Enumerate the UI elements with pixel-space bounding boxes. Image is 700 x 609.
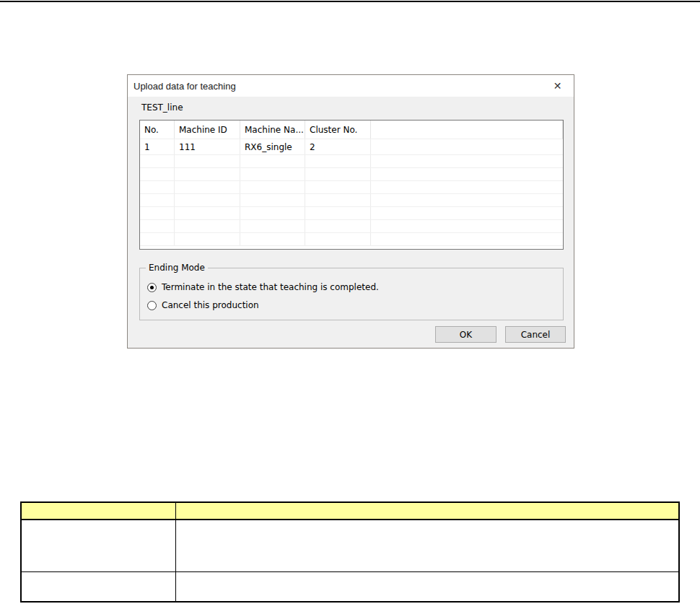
machine-cell [140,194,175,206]
machine-cell [305,155,371,167]
machine-cell [140,220,175,232]
table-cell [21,571,175,602]
machine-table-header: No.Machine IDMachine Na...Cluster No. [140,121,563,139]
machine-cell [305,194,371,206]
machine-cell [305,168,371,180]
cancel-button[interactable]: Cancel [505,326,566,343]
machine-table-row[interactable]: 1111RX6_single2 [140,139,563,155]
machine-cell [240,155,305,167]
machine-cell [140,207,175,219]
machine-cell [371,168,563,180]
machine-cell [240,194,305,206]
machine-cell: 111 [175,139,240,154]
machine-cell [140,168,175,180]
machine-cell [240,220,305,232]
radio-label: Terminate in the state that teaching is … [162,282,379,292]
machine-cell [175,220,240,232]
machine-table-empty-row[interactable] [140,233,563,246]
machine-cell: RX6_single [240,139,305,154]
machine-cell [371,233,563,245]
machine-cell [371,207,563,219]
machine-table-empty-row[interactable] [140,207,563,220]
machine-column-header[interactable]: No. [140,121,175,139]
machine-table[interactable]: No.Machine IDMachine Na...Cluster No. 11… [139,120,564,250]
radio-option-terminate[interactable]: Terminate in the state that teaching is … [147,280,563,294]
page-top-rule [0,1,700,2]
machine-cell [175,155,240,167]
machine-cell [240,207,305,219]
machine-cell [371,220,563,232]
ending-mode-groupbox: Ending Mode Terminate in the state that … [139,268,564,320]
machine-cell [371,155,563,167]
machine-cell [240,168,305,180]
machine-cell [175,207,240,219]
machine-cell [305,181,371,193]
close-icon[interactable]: ✕ [541,75,574,97]
dialog-titlebar[interactable]: Upload data for teaching ✕ [128,75,574,97]
machine-column-header[interactable]: Cluster No. [305,121,371,139]
machine-column-header[interactable]: Machine ID [175,121,240,139]
machine-cell [175,181,240,193]
machine-cell [371,194,563,206]
machine-cell [305,220,371,232]
radio-button-icon[interactable] [147,301,157,310]
machine-cell [175,194,240,206]
machine-cell [175,168,240,180]
explanation-table [20,501,680,603]
ending-mode-legend: Ending Mode [146,263,208,273]
table-row [21,571,679,602]
machine-table-empty-row[interactable] [140,155,563,168]
dialog-title: Upload data for teaching [128,81,236,92]
machine-cell: 1 [140,139,175,154]
table-cell [175,571,679,602]
radio-option-cancel-production[interactable]: Cancel this production [147,298,563,312]
machine-table-empty-row[interactable] [140,220,563,233]
machine-table-body: 1111RX6_single2 [140,139,563,246]
manual-page: Upload data for teaching ✕ TEST_line No.… [0,0,700,609]
table-row [21,520,679,571]
table-header-cell [21,502,175,520]
radio-label: Cancel this production [162,300,259,310]
machine-cell [371,139,563,154]
table-cell [175,520,679,571]
machine-cell [240,181,305,193]
machine-cell [240,233,305,245]
machine-table-empty-row[interactable] [140,181,563,194]
machine-cell [175,233,240,245]
line-name-label: TEST_line [141,102,183,113]
table-header-row [21,502,679,520]
machine-cell: 2 [305,139,371,154]
machine-cell [140,155,175,167]
machine-cell [305,207,371,219]
ok-button[interactable]: OK [435,326,496,343]
machine-table-empty-row[interactable] [140,168,563,181]
table-header-cell [175,502,679,520]
machine-cell [140,181,175,193]
radio-button-icon[interactable] [147,283,157,292]
machine-cell [140,233,175,245]
upload-data-dialog: Upload data for teaching ✕ TEST_line No.… [127,74,574,349]
machine-column-header[interactable] [371,121,563,139]
machine-cell [305,233,371,245]
machine-table-empty-row[interactable] [140,194,563,207]
machine-cell [371,181,563,193]
machine-column-header[interactable]: Machine Na... [240,121,305,139]
table-cell [21,520,175,571]
